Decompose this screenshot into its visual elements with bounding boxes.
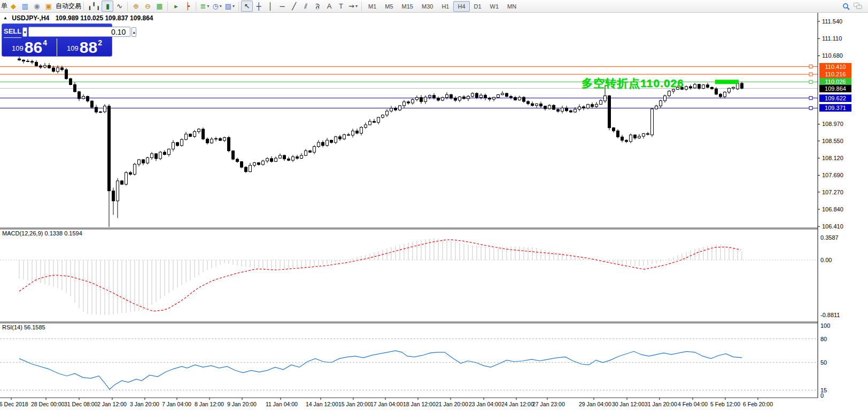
vertical-line-icon[interactable]: │ [265, 1, 276, 12]
timeframe-m5-button[interactable]: M5 [381, 1, 397, 12]
volume-decrease-button[interactable]: ▼ [22, 27, 27, 37]
candlestick-chart-icon[interactable]: ▮ [102, 1, 113, 12]
toolbar-separator [127, 2, 128, 11]
sell-price-display[interactable]: 109 86 4 [2, 38, 57, 56]
zoom-out-icon[interactable]: ⊖ [142, 1, 153, 12]
templates-icon[interactable]: ▨▾ [223, 1, 236, 12]
fibonacci-icon[interactable]: 𝔉 [312, 1, 323, 12]
autotrading-icon[interactable]: ▣ [43, 1, 55, 12]
new-order-button-partial[interactable]: 单 [1, 2, 7, 11]
buy-price-display[interactable]: 109 88 2 [57, 38, 112, 56]
zoom-in-icon[interactable]: ⊕ [130, 1, 142, 12]
timeframe-h4-button[interactable]: H4 [453, 1, 469, 12]
gold-chart-icon[interactable]: ◆ [7, 1, 19, 12]
timeframe-d1-button[interactable]: D1 [470, 1, 486, 12]
terminal-icon[interactable]: ▥ [19, 1, 31, 12]
periods-icon[interactable]: ◷▾ [211, 1, 223, 12]
trendline-icon[interactable]: ╱ [288, 1, 300, 12]
cursor-icon[interactable]: ↖ [241, 1, 253, 12]
chart-canvas[interactable] [0, 13, 868, 410]
timeframe-w1-button[interactable]: W1 [486, 1, 503, 12]
arrows-icon[interactable]: ⇝▾ [347, 1, 359, 12]
toolbar-separator [167, 2, 168, 11]
text-label-icon[interactable]: T [335, 1, 347, 12]
sell-button[interactable]: SELL [4, 26, 21, 38]
chart-shift-icon[interactable]: ┝ [182, 1, 193, 12]
toolbar-separator [238, 2, 239, 11]
symbol-period-label: USDJPY-,H4 [12, 14, 49, 22]
timeframe-m15-button[interactable]: M15 [398, 1, 417, 12]
one-click-trade-panel: SELL ▼ ▲ BUY 109 86 4 109 88 2 [2, 23, 112, 57]
search-icon[interactable] [840, 1, 852, 12]
chart-title: ▲ USDJPY-,H4 109.989 110.025 109.837 109… [3, 14, 153, 22]
ohlc-quote-label: 109.989 110.025 109.837 109.864 [56, 14, 153, 22]
chat-icon[interactable] [852, 1, 864, 12]
main-toolbar: 单 ◆▥◉▣ 自动交易 ╻╹╻▮∿⊕⊖▦▸┝≣▾◷▾▨▾↖┼│─╱⫽𝔉AT⇝▾ … [0, 0, 868, 13]
toolbar-separator [361, 2, 362, 11]
autotrading-label[interactable]: 自动交易 [56, 2, 81, 11]
buy-button[interactable]: BUY [137, 26, 152, 38]
volume-increase-button[interactable]: ▲ [131, 27, 136, 37]
crosshair-icon[interactable]: ┼ [253, 1, 265, 12]
highlight-bar[interactable] [715, 80, 739, 84]
line-chart-icon[interactable]: ∿ [113, 1, 125, 12]
horizontal-line-icon[interactable]: ─ [276, 1, 288, 12]
auto-scroll-icon[interactable]: ▸ [170, 1, 182, 12]
collapse-panel-icon[interactable]: ▲ [3, 15, 7, 20]
timeframe-mn-button[interactable]: MN [503, 1, 521, 12]
timeframe-h1-button[interactable]: H1 [437, 1, 453, 12]
volume-input[interactable] [28, 27, 130, 37]
timeframe-m1-button[interactable]: M1 [364, 1, 381, 12]
bar-chart-icon[interactable]: ╻╹╻ [86, 1, 102, 12]
text-icon[interactable]: A [323, 1, 335, 12]
toolbar-separator [83, 2, 84, 11]
signal-icon[interactable]: ◉ [31, 1, 43, 12]
toolbar-separator [196, 2, 196, 11]
indicators-icon[interactable]: ≣▾ [198, 1, 211, 12]
timeframe-m30-button[interactable]: M30 [417, 1, 437, 12]
tile-windows-icon[interactable]: ▦ [153, 1, 165, 12]
channel-icon[interactable]: ⫽ [300, 1, 312, 12]
